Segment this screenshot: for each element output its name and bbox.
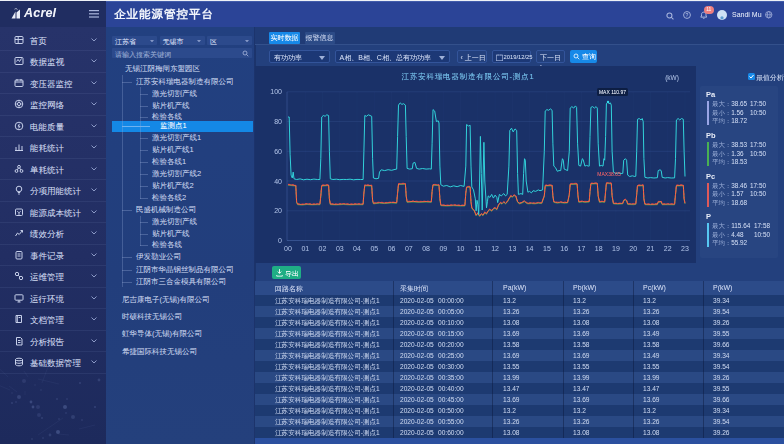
svg-text:0: 0 (278, 237, 282, 244)
svg-text:40: 40 (274, 178, 282, 185)
svg-text:80: 80 (274, 118, 282, 125)
svg-text:10: 10 (457, 245, 465, 252)
svg-text:04: 04 (353, 245, 361, 252)
svg-text:17: 17 (578, 245, 586, 252)
svg-text:23: 23 (681, 245, 689, 252)
svg-text:14: 14 (526, 245, 534, 252)
svg-text:07: 07 (405, 245, 413, 252)
svg-text:05: 05 (370, 245, 378, 252)
svg-text:20: 20 (274, 207, 282, 214)
svg-text:?: ? (685, 12, 688, 18)
svg-text:03: 03 (336, 245, 344, 252)
svg-text:15: 15 (543, 245, 551, 252)
svg-text:MAX 110.97: MAX 110.97 (599, 89, 626, 95)
svg-text:02: 02 (319, 245, 327, 252)
svg-text:16: 16 (560, 245, 568, 252)
svg-text:01: 01 (301, 245, 309, 252)
svg-text:00: 00 (284, 245, 292, 252)
svg-text:09: 09 (439, 245, 447, 252)
svg-text:21: 21 (647, 245, 655, 252)
svg-text:11: 11 (474, 245, 481, 252)
svg-text:13: 13 (509, 245, 517, 252)
svg-text:江苏安科瑞电器制造有限公司-测点1: 江苏安科瑞电器制造有限公司-测点1 (402, 72, 535, 81)
svg-text:MAX38.65: MAX38.65 (597, 171, 621, 177)
svg-text:60: 60 (274, 148, 282, 155)
svg-text:12: 12 (491, 245, 499, 252)
svg-text:100: 100 (270, 88, 282, 95)
svg-text:20: 20 (629, 245, 637, 252)
svg-text:19: 19 (612, 245, 620, 252)
svg-text:08: 08 (422, 245, 430, 252)
svg-text:06: 06 (388, 245, 396, 252)
svg-text:22: 22 (664, 245, 672, 252)
svg-text:18: 18 (595, 245, 603, 252)
svg-text:(kW): (kW) (665, 74, 679, 82)
